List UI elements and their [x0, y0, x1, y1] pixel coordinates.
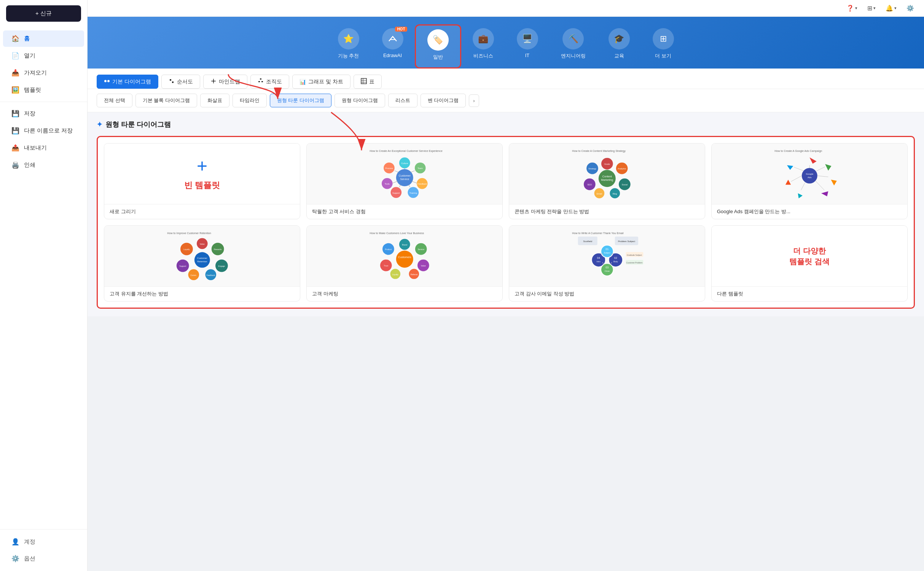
sidebar-item-saveas[interactable]: 💾 다른 이름으로 저장 [3, 123, 84, 139]
mindmap-icon [210, 78, 217, 85]
template-more[interactable]: 더 다양한템플릿 검색 다른 템플릿 [711, 225, 908, 301]
svg-line-35 [394, 171, 398, 172]
print-icon: 🖨️ [11, 161, 19, 169]
business-icon-wrap: 💼 [473, 28, 494, 49]
svg-marker-64 [825, 164, 831, 171]
education-icon-wrap: 🎓 [609, 28, 630, 49]
svg-text:Value: Value [421, 265, 426, 267]
filter-flowchart[interactable]: 순서도 [161, 75, 200, 89]
sub-tab-timeline[interactable]: 타임라인 [233, 94, 267, 107]
cat-general[interactable]: 🏷️ 일반 [415, 24, 461, 69]
svg-text:03: 03 [605, 266, 609, 269]
svg-text:Ads: Ads [808, 176, 812, 179]
svg-line-37 [392, 181, 397, 183]
sidebar-item-storage[interactable]: 💾 저장 [3, 105, 84, 122]
svg-text:Service: Service [400, 178, 409, 181]
svg-marker-66 [821, 191, 828, 196]
sidebar-export-label: 내보내기 [24, 144, 47, 152]
svg-text:Customers: Customers [398, 256, 411, 259]
template-customer-service[interactable]: How to Create An Exceptional Customer Se… [306, 143, 503, 219]
svg-text:How to Improve Customer Retent: How to Improve Customer Retention [167, 232, 211, 235]
svg-rect-11 [261, 81, 263, 82]
settings-button[interactable]: ⚙️ [904, 3, 916, 13]
svg-text:Analytics: Analytics [618, 167, 626, 170]
template-blank[interactable]: + 빈 템플릿 새로 그리기 [104, 143, 300, 219]
sidebar-item-print[interactable]: 🖨️ 인쇄 [3, 157, 84, 173]
sidebar-item-open[interactable]: 📄 열기 [3, 48, 84, 64]
filter-tabs: 기본 다이어그램 순서도 마인드맵 조직도 📊 [97, 75, 915, 89]
cat-edrawai[interactable]: HOT EdrawAI [371, 24, 415, 69]
sidebar-templates-label: 템플릿 [24, 86, 41, 94]
grid-icon: ⊞ [867, 5, 872, 12]
more-card-label: 다른 템플릿 [712, 287, 907, 301]
more-thumb: 더 다양한템플릿 검색 [712, 226, 907, 287]
sub-tab-venn[interactable]: 벤 다이어그램 [421, 94, 466, 107]
svg-line-71 [816, 167, 825, 171]
blank-thumb: + 빈 템플릿 [104, 144, 300, 204]
svg-text:Product: Product [385, 248, 392, 250]
svg-text:Process: Process [385, 167, 393, 169]
sub-tab-list[interactable]: 리스트 [388, 94, 417, 107]
customer-retention-label: 고객 유지를 개선하는 방법 [104, 287, 300, 301]
filter-orgchart[interactable]: 조직도 [250, 75, 289, 89]
sub-tab-arrow[interactable]: 화살표 [200, 94, 229, 107]
help-button[interactable]: ❓ ▾ [844, 3, 860, 13]
sidebar-item-account[interactable]: 👤 계정 [3, 534, 84, 550]
table-icon [361, 78, 367, 85]
template-content-marketing[interactable]: How to Create A Content Marketing Strate… [509, 143, 705, 219]
new-button[interactable]: + 신규 [6, 5, 81, 22]
filter-mindmap[interactable]: 마인드맵 [203, 75, 247, 89]
cat-it[interactable]: 🖥️ IT [505, 24, 550, 69]
svg-text:Feedback: Feedback [417, 183, 427, 185]
sidebar-storage-label: 저장 [24, 110, 35, 117]
cat-business[interactable]: 💼 비즈니스 [461, 24, 505, 69]
grid-button[interactable]: ⊞ ▾ [865, 3, 878, 13]
svg-marker-65 [831, 180, 836, 185]
filter-basic-diagram[interactable]: 기본 다이어그램 [97, 75, 158, 89]
filter-graph[interactable]: 📊 그래프 및 차트 [292, 75, 350, 89]
storage-icon: 💾 [11, 110, 19, 118]
sidebar-item-options[interactable]: ⚙️ 옵션 [3, 550, 84, 567]
google-ads-label: Google Ads 캠페인을 만드는 방... [712, 204, 907, 219]
cat-more[interactable]: ⊞ 더 보기 [641, 24, 685, 69]
svg-text:Engage: Engage [218, 265, 225, 267]
template-google-ads[interactable]: How to Create A Google Ads Campaign Goog… [711, 143, 908, 219]
svg-text:Training: Training [409, 192, 417, 194]
template-grid: + 빈 템플릿 새로 그리기 How to Create An Exceptio… [104, 143, 908, 301]
svg-text:Value: Value [200, 243, 205, 245]
cat-recommend[interactable]: ⭐ 기능 추천 [327, 24, 371, 69]
svg-rect-3 [172, 81, 174, 83]
filter-section: 기본 다이어그램 순서도 마인드맵 조직도 📊 [88, 69, 924, 89]
cat-it-label: IT [525, 53, 530, 58]
settings-icon: ⚙️ [906, 5, 914, 12]
cat-education[interactable]: 🎓 교육 [597, 24, 641, 69]
sidebar-item-export[interactable]: 📤 내보내기 [3, 140, 84, 156]
account-icon: 👤 [11, 538, 19, 546]
template-thank-you[interactable]: How to Write A Customer Thank You Email … [509, 225, 705, 301]
cat-engineering[interactable]: ⛏️ 엔지니어링 [550, 24, 597, 69]
svg-rect-9 [260, 78, 261, 80]
sub-tab-basic-block[interactable]: 기본 블록 다이어그램 [135, 94, 197, 107]
svg-text:How to Write A Customer Thank : How to Write A Customer Thank You Email [572, 232, 623, 235]
sub-tab-circular-target[interactable]: 원형 타룬 다이어그램 [270, 94, 331, 107]
sidebar-item-templates[interactable]: 🖼️ 템플릿 [3, 82, 84, 98]
sidebar-home-label: 홈 [24, 35, 30, 42]
bell-button[interactable]: 🔔 ▾ [883, 3, 899, 13]
sidebar-item-import[interactable]: 📥 가져오기 [3, 65, 84, 81]
sidebar-item-home[interactable]: 🏠 홈 [3, 30, 84, 47]
svg-text:Feedback: Feedback [206, 274, 215, 276]
template-customer-marketing[interactable]: How to Make Customers Love Your Business… [306, 225, 503, 301]
sub-tab-all[interactable]: 전체 선택 [97, 94, 132, 107]
filter-table[interactable]: 표 [354, 75, 382, 89]
template-customer-retention[interactable]: How to Improve Customer Retention Custom… [104, 225, 300, 301]
svg-text:How to Create An Exceptional C: How to Create An Exceptional Customer Se… [370, 150, 442, 153]
svg-text:01: 01 [605, 248, 609, 251]
main-content: ❓ ▾ ⊞ ▾ 🔔 ▾ ⚙️ ⭐ 기능 추천 HOT [88, 0, 924, 571]
help-chevron: ▾ [855, 6, 857, 11]
svg-text:Google: Google [806, 172, 813, 175]
sub-tab-more-button[interactable]: › [469, 94, 479, 107]
sub-tab-circular[interactable]: 원형 다이어그램 [335, 94, 385, 107]
recommend-icon-wrap: ⭐ [338, 28, 359, 49]
basic-diagram-icon [104, 78, 110, 85]
svg-line-36 [411, 171, 414, 172]
